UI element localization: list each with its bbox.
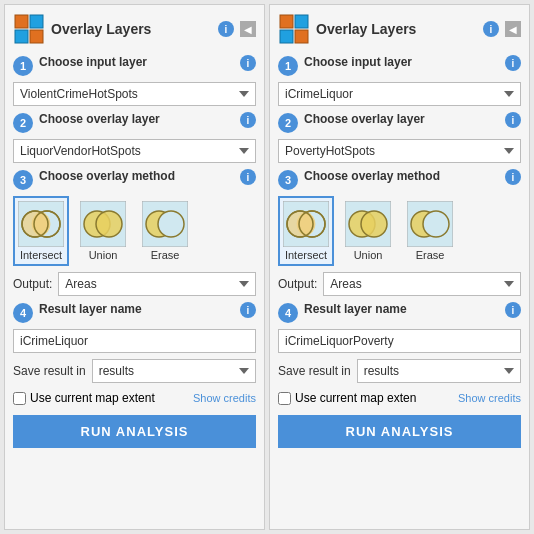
svg-rect-18 (295, 30, 308, 43)
step2-info-0[interactable]: i (240, 112, 256, 128)
panel-title-0: Overlay Layers (51, 21, 212, 37)
panel-left: Overlay Layers i ◀ 1 Choose input layer … (4, 4, 265, 530)
method-group-0: Intersect Union (13, 196, 256, 266)
panel-right: Overlay Layers i ◀ 1 Choose input layer … (269, 4, 530, 530)
output-select-1[interactable]: Areas (323, 272, 521, 296)
output-row-1: Output: Areas (278, 272, 521, 296)
step1-circle-1: 1 (278, 56, 298, 76)
step4-info-1[interactable]: i (505, 302, 521, 318)
step4-info-0[interactable]: i (240, 302, 256, 318)
step3-label-0: Choose overlay method (39, 169, 234, 183)
step2-circle-0: 2 (13, 113, 33, 133)
map-extent-checkbox-0[interactable] (13, 392, 26, 405)
svg-point-14 (158, 211, 184, 237)
panel-info-icon-0[interactable]: i (218, 21, 234, 37)
method-label-erase-0: Erase (151, 249, 180, 261)
result-name-input-1[interactable] (278, 329, 521, 353)
method-icon-erase-1 (407, 201, 453, 247)
method-group-1: Intersect Union (278, 196, 521, 266)
method-icon-union-0 (80, 201, 126, 247)
step3-circle-1: 3 (278, 170, 298, 190)
method-icon-erase-0 (142, 201, 188, 247)
step2-row-1: 2 Choose overlay layer i (278, 112, 521, 133)
svg-rect-15 (280, 15, 293, 28)
method-btn-erase-0[interactable]: Erase (137, 196, 193, 266)
output-label-1: Output: (278, 277, 317, 291)
step2-circle-1: 2 (278, 113, 298, 133)
step3-label-1: Choose overlay method (304, 169, 499, 183)
panel-info-icon-1[interactable]: i (483, 21, 499, 37)
svg-rect-16 (295, 15, 308, 28)
step4-circle-1: 4 (278, 303, 298, 323)
step2-row-0: 2 Choose overlay layer i (13, 112, 256, 133)
bottom-row-1: Use current map exten Show credits (278, 391, 521, 405)
method-btn-intersect-1[interactable]: Intersect (278, 196, 334, 266)
panels-container: Overlay Layers i ◀ 1 Choose input layer … (0, 0, 534, 534)
method-label-intersect-0: Intersect (20, 249, 62, 261)
result-name-input-0[interactable] (13, 329, 256, 353)
panel-title-1: Overlay Layers (316, 21, 477, 37)
svg-rect-1 (30, 15, 43, 28)
step1-info-1[interactable]: i (505, 55, 521, 71)
output-row-0: Output: Areas (13, 272, 256, 296)
step1-label-0: Choose input layer (39, 55, 234, 69)
method-icon-union-1 (345, 201, 391, 247)
panel-header-1: Overlay Layers i ◀ (278, 13, 521, 49)
panel-collapse-btn-0[interactable]: ◀ (240, 21, 256, 37)
run-analysis-button-1[interactable]: RUN ANALYSIS (278, 415, 521, 448)
save-row-0: Save result in results (13, 359, 256, 383)
svg-rect-0 (15, 15, 28, 28)
svg-rect-17 (280, 30, 293, 43)
step4-row-1: 4 Result layer name i (278, 302, 521, 323)
method-btn-intersect-0[interactable]: Intersect (13, 196, 69, 266)
step1-circle-0: 1 (13, 56, 33, 76)
input-layer-select-1[interactable]: iCrimeLiquor (278, 82, 521, 106)
save-label-1: Save result in (278, 364, 351, 378)
method-label-erase-1: Erase (416, 249, 445, 261)
panel-icon-1 (278, 13, 310, 45)
bottom-row-0: Use current map extent Show credits (13, 391, 256, 405)
method-btn-union-0[interactable]: Union (75, 196, 131, 266)
svg-rect-2 (15, 30, 28, 43)
svg-rect-3 (30, 30, 43, 43)
step1-label-1: Choose input layer (304, 55, 499, 69)
step3-info-1[interactable]: i (505, 169, 521, 185)
method-icon-intersect-1 (283, 201, 329, 247)
step2-label-1: Choose overlay layer (304, 112, 499, 126)
save-select-0[interactable]: results (92, 359, 256, 383)
panel-header-0: Overlay Layers i ◀ (13, 13, 256, 49)
checkbox-wrap-0: Use current map extent (13, 391, 189, 405)
method-label-intersect-1: Intersect (285, 249, 327, 261)
step3-row-0: 3 Choose overlay method i (13, 169, 256, 190)
save-row-1: Save result in results (278, 359, 521, 383)
step4-circle-0: 4 (13, 303, 33, 323)
method-icon-intersect-0 (18, 201, 64, 247)
step1-row-0: 1 Choose input layer i (13, 55, 256, 76)
step2-info-1[interactable]: i (505, 112, 521, 128)
map-extent-checkbox-1[interactable] (278, 392, 291, 405)
overlay-layer-select-0[interactable]: LiquorVendorHotSpots (13, 139, 256, 163)
checkbox-wrap-1: Use current map exten (278, 391, 454, 405)
step3-row-1: 3 Choose overlay method i (278, 169, 521, 190)
save-select-1[interactable]: results (357, 359, 521, 383)
step1-info-0[interactable]: i (240, 55, 256, 71)
save-label-0: Save result in (13, 364, 86, 378)
method-btn-union-1[interactable]: Union (340, 196, 396, 266)
run-analysis-button-0[interactable]: RUN ANALYSIS (13, 415, 256, 448)
map-extent-label-0: Use current map extent (30, 391, 155, 405)
show-credits-link-0[interactable]: Show credits (193, 392, 256, 404)
overlay-layer-select-1[interactable]: PovertyHotSpots (278, 139, 521, 163)
input-layer-select-0[interactable]: ViolentCrimeHotSpots (13, 82, 256, 106)
svg-point-26 (361, 211, 387, 237)
show-credits-link-1[interactable]: Show credits (458, 392, 521, 404)
method-btn-erase-1[interactable]: Erase (402, 196, 458, 266)
step2-label-0: Choose overlay layer (39, 112, 234, 126)
step4-label-0: Result layer name (39, 302, 234, 316)
step3-info-0[interactable]: i (240, 169, 256, 185)
method-label-union-1: Union (354, 249, 383, 261)
step4-row-0: 4 Result layer name i (13, 302, 256, 323)
map-extent-label-1: Use current map exten (295, 391, 416, 405)
output-select-0[interactable]: Areas (58, 272, 256, 296)
panel-collapse-btn-1[interactable]: ◀ (505, 21, 521, 37)
panel-icon-0 (13, 13, 45, 45)
